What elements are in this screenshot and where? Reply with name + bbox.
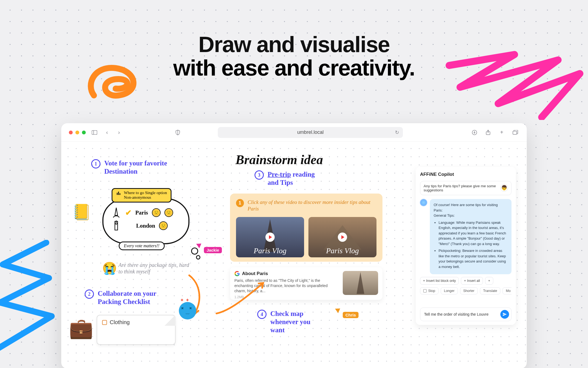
whiteboard-canvas[interactable]: Brainstorm idea 1 Vote for your favorite…	[61, 142, 527, 368]
privacy-shield-icon[interactable]	[174, 129, 182, 136]
poll-body: ✔ Paris 🙂 🙂 London 🙂	[102, 198, 189, 244]
hero-heading: Draw and visualise with ease and creativ…	[0, 33, 588, 80]
step-4-label: Check map whenever you want	[270, 310, 325, 334]
video-2-title: Paris Vlog	[326, 246, 359, 255]
sidebar-toggle-icon[interactable]	[91, 129, 98, 136]
shorter-button[interactable]: Shorter	[460, 287, 478, 294]
about-paris-card[interactable]: About Paris Paris, often referred to as …	[230, 267, 382, 300]
insert-more-button[interactable]: +	[485, 277, 493, 285]
poll-header-line1: Where to go Single option	[124, 191, 167, 195]
voter-avatar: 🙂	[164, 208, 173, 217]
about-card-title: About Paris	[234, 271, 339, 276]
poll-header: Where to go Single option Non-anonymous	[112, 188, 171, 203]
svg-point-10	[115, 223, 117, 224]
video-thumbnail-1[interactable]: Paris Vlog	[236, 217, 304, 257]
voter-avatar: 🙂	[159, 221, 168, 230]
svg-rect-8	[120, 193, 120, 195]
canvas-title: Brainstorm idea	[235, 152, 323, 167]
collaborator-label-jackie: Jackie	[204, 247, 222, 253]
copilot-prompt-input[interactable]	[424, 312, 498, 316]
copilot-title: AFFiNE Copilot	[420, 172, 512, 177]
video-1-title: Paris Vlog	[254, 246, 287, 255]
checklist-document-card[interactable]: Clothing	[97, 315, 176, 345]
more-options-button[interactable]: Mo	[503, 287, 512, 294]
forward-button[interactable]: ›	[115, 129, 123, 136]
reload-icon[interactable]: ↻	[395, 129, 399, 135]
downloads-icon[interactable]	[471, 129, 478, 136]
send-button[interactable]	[500, 310, 509, 319]
copilot-suggestion-pills: Stop Longer Shorter Translate Mo	[420, 287, 512, 294]
poll-option-paris-label: Paris	[135, 209, 148, 216]
stop-generation-button[interactable]: Stop	[420, 287, 439, 294]
step-3-label: Pre-trip reading and Tips	[268, 170, 322, 187]
step-2-label: Collaborate on your Packing Checklist	[98, 289, 169, 306]
tip-lead-text: Click any of these video to discover mor…	[248, 199, 376, 212]
dizzy-face-icon	[179, 302, 196, 319]
svg-rect-6	[117, 193, 118, 195]
crying-emoji-icon: 😭	[102, 261, 117, 275]
copilot-user-message: Any tips for Paris tips? please give me …	[420, 181, 512, 195]
step-2-heading: 2 Collaborate on your Packing Checklist	[85, 289, 169, 306]
copilot-prompt-bar	[420, 307, 512, 321]
poll-option-paris[interactable]: ✔ Paris 🙂 🙂	[112, 207, 180, 218]
longer-button[interactable]: Longer	[441, 287, 458, 294]
video-tips-block: 1 Click any of these video to discover m…	[230, 194, 382, 262]
step-4-badge: 4	[257, 310, 267, 319]
user-avatar-icon: 👦	[500, 184, 508, 192]
poll-option-london-label: London	[136, 222, 155, 229]
notebook-icon: 📒	[72, 203, 91, 221]
window-traffic-lights	[69, 131, 86, 134]
new-tab-icon[interactable]: +	[498, 129, 506, 136]
share-icon[interactable]	[484, 129, 492, 136]
insert-all-button[interactable]: + Insert all	[461, 277, 483, 285]
url-text: umbrel.local	[297, 129, 324, 135]
about-card-body: Paris, often referred to as "The City of…	[234, 278, 339, 294]
cry-comment-text: Are there any package tips, hard to thin…	[118, 262, 195, 275]
copilot-ai-response: Of course! Here are some tips for visiti…	[430, 199, 512, 274]
ai-response-intro: Of course! Here are some tips for visiti…	[434, 202, 508, 213]
ai-avatar-icon	[420, 199, 427, 206]
step-1-heading: 1 Vote for your favorite Destination	[91, 159, 170, 176]
video-thumbnail-2[interactable]: Paris Vlog	[308, 217, 376, 257]
about-card-size: 1.2MB	[234, 295, 339, 299]
poll-widget[interactable]: Where to go Single option Non-anonymous …	[93, 188, 194, 261]
briefcase-icon: 💼	[69, 317, 93, 340]
step-1-label: Vote for your favorite Destination	[104, 159, 170, 176]
insert-list-block-button[interactable]: + Insert list block only	[420, 277, 459, 285]
maximize-window-button[interactable]	[82, 131, 86, 134]
minimize-window-button[interactable]	[75, 131, 79, 134]
ai-response-bullet: Language: While many Parisians speak Eng…	[439, 220, 508, 247]
back-button[interactable]: ‹	[103, 129, 111, 136]
vote-check-icon: ✔	[125, 208, 131, 217]
ai-response-bullet: Pickpocketing: Beware in crowded areas l…	[439, 248, 508, 269]
svg-rect-7	[118, 192, 119, 195]
step-1-badge: 1	[91, 159, 100, 168]
bigben-icon	[112, 220, 121, 231]
play-icon[interactable]	[338, 233, 347, 242]
eiffel-icon	[112, 207, 121, 218]
copilot-panel: AFFiNE Copilot Any tips for Paris tips? …	[416, 167, 516, 325]
url-bar[interactable]: umbrel.local ↻	[218, 127, 403, 138]
checklist-item-label: Clothing	[110, 319, 130, 325]
tabs-overview-icon[interactable]	[512, 129, 519, 136]
voter-avatar: 🙂	[152, 208, 161, 217]
google-icon	[234, 271, 240, 276]
svg-rect-5	[513, 131, 517, 134]
collaborator-label-chris: Chris	[343, 312, 359, 318]
translate-button[interactable]: Translate	[480, 287, 501, 294]
tip-number-badge: 1	[236, 199, 244, 207]
step-2-badge: 2	[85, 289, 94, 299]
poll-footer: Every vote matters!!	[119, 242, 165, 250]
close-window-button[interactable]	[69, 131, 73, 134]
poll-option-london[interactable]: London 🙂	[112, 220, 180, 231]
hero-line-2: with ease and creativity.	[0, 56, 588, 80]
svg-rect-0	[92, 130, 97, 134]
step-3-badge: 3	[255, 170, 264, 180]
browser-titlebar: ‹ › umbrel.local ↻ +	[61, 123, 527, 142]
send-icon	[503, 312, 507, 316]
copilot-user-message-text: Any tips for Paris tips? please give me …	[424, 184, 498, 192]
play-icon[interactable]	[265, 233, 275, 242]
document-fold-decoration	[165, 315, 176, 326]
checkbox-icon[interactable]	[102, 320, 107, 325]
checklist-item[interactable]: Clothing	[102, 319, 170, 325]
